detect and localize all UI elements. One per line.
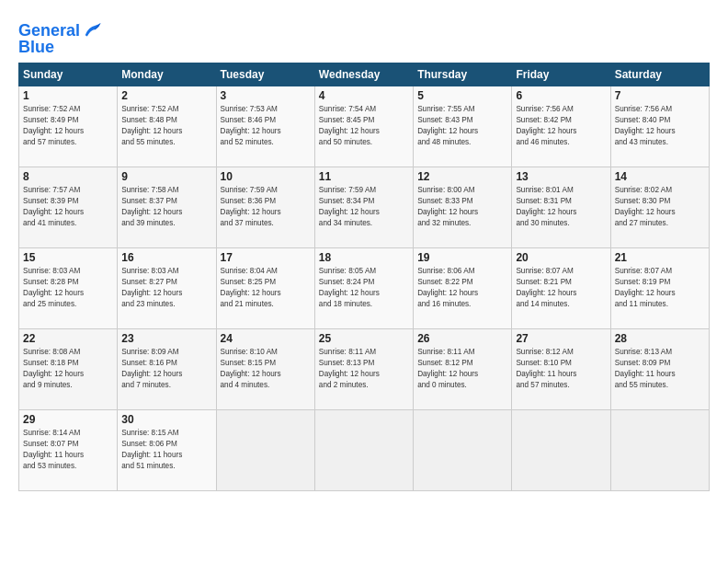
day-info: Sunrise: 8:06 AMSunset: 8:22 PMDaylight:…: [417, 266, 507, 310]
day-info: Sunrise: 7:58 AMSunset: 8:37 PMDaylight:…: [121, 185, 211, 229]
logo-blue: Blue: [18, 39, 102, 55]
day-number: 1: [23, 89, 113, 102]
day-number: 27: [516, 332, 606, 345]
day-info: Sunrise: 8:13 AMSunset: 8:09 PMDaylight:…: [615, 347, 705, 391]
calendar-header-row: SundayMondayTuesdayWednesdayThursdayFrid…: [19, 63, 710, 86]
calendar-cell: 27Sunrise: 8:12 AMSunset: 8:10 PMDayligh…: [512, 329, 610, 410]
header-cell-wednesday: Wednesday: [314, 63, 413, 86]
calendar-cell: 17Sunrise: 8:04 AMSunset: 8:25 PMDayligh…: [216, 248, 314, 329]
header-cell-thursday: Thursday: [414, 63, 512, 86]
header-cell-saturday: Saturday: [610, 63, 709, 86]
calendar-cell: 21Sunrise: 8:07 AMSunset: 8:19 PMDayligh…: [610, 248, 709, 329]
calendar-cell: [216, 410, 314, 491]
calendar-cell: [314, 410, 413, 491]
day-number: 3: [221, 89, 311, 102]
day-number: 5: [417, 89, 507, 102]
calendar-cell: 4Sunrise: 7:54 AMSunset: 8:45 PMDaylight…: [314, 86, 413, 167]
logo: General Blue: [18, 20, 102, 55]
day-number: 7: [615, 89, 705, 102]
calendar-cell: 22Sunrise: 8:08 AMSunset: 8:18 PMDayligh…: [19, 329, 118, 410]
calendar-week-row: 15Sunrise: 8:03 AMSunset: 8:28 PMDayligh…: [19, 248, 710, 329]
calendar-table: SundayMondayTuesdayWednesdayThursdayFrid…: [18, 63, 710, 491]
day-number: 23: [121, 332, 211, 345]
calendar-cell: 26Sunrise: 8:11 AMSunset: 8:12 PMDayligh…: [414, 329, 512, 410]
calendar-cell: 9Sunrise: 7:58 AMSunset: 8:37 PMDaylight…: [118, 167, 216, 248]
calendar-cell: 15Sunrise: 8:03 AMSunset: 8:28 PMDayligh…: [19, 248, 118, 329]
logo-bird-icon: [82, 20, 102, 40]
calendar-cell: 18Sunrise: 8:05 AMSunset: 8:24 PMDayligh…: [314, 248, 413, 329]
calendar-cell: 11Sunrise: 7:59 AMSunset: 8:34 PMDayligh…: [314, 167, 413, 248]
day-info: Sunrise: 7:59 AMSunset: 8:36 PMDaylight:…: [221, 185, 311, 229]
day-info: Sunrise: 8:07 AMSunset: 8:21 PMDaylight:…: [516, 266, 606, 310]
calendar-week-row: 8Sunrise: 7:57 AMSunset: 8:39 PMDaylight…: [19, 167, 710, 248]
day-info: Sunrise: 8:03 AMSunset: 8:27 PMDaylight:…: [121, 266, 211, 310]
calendar-cell: 23Sunrise: 8:09 AMSunset: 8:16 PMDayligh…: [118, 329, 216, 410]
day-info: Sunrise: 7:56 AMSunset: 8:40 PMDaylight:…: [615, 104, 705, 148]
day-info: Sunrise: 8:08 AMSunset: 8:18 PMDaylight:…: [23, 347, 113, 391]
calendar-cell: 6Sunrise: 7:56 AMSunset: 8:42 PMDaylight…: [512, 86, 610, 167]
logo-text: General: [18, 22, 80, 39]
calendar-cell: 24Sunrise: 8:10 AMSunset: 8:15 PMDayligh…: [216, 329, 314, 410]
day-number: 25: [319, 332, 409, 345]
calendar-cell: 19Sunrise: 8:06 AMSunset: 8:22 PMDayligh…: [414, 248, 512, 329]
day-info: Sunrise: 8:04 AMSunset: 8:25 PMDaylight:…: [221, 266, 311, 310]
calendar-cell: 30Sunrise: 8:15 AMSunset: 8:06 PMDayligh…: [118, 410, 216, 491]
calendar-cell: 29Sunrise: 8:14 AMSunset: 8:07 PMDayligh…: [19, 410, 118, 491]
calendar-cell: 12Sunrise: 8:00 AMSunset: 8:33 PMDayligh…: [414, 167, 512, 248]
day-info: Sunrise: 8:10 AMSunset: 8:15 PMDaylight:…: [221, 347, 311, 391]
calendar-cell: 10Sunrise: 7:59 AMSunset: 8:36 PMDayligh…: [216, 167, 314, 248]
day-info: Sunrise: 8:12 AMSunset: 8:10 PMDaylight:…: [516, 347, 606, 391]
day-number: 12: [417, 170, 507, 183]
calendar-week-row: 22Sunrise: 8:08 AMSunset: 8:18 PMDayligh…: [19, 329, 710, 410]
day-number: 24: [221, 332, 311, 345]
day-number: 2: [121, 89, 211, 102]
day-info: Sunrise: 8:07 AMSunset: 8:19 PMDaylight:…: [615, 266, 705, 310]
calendar-cell: 14Sunrise: 8:02 AMSunset: 8:30 PMDayligh…: [610, 167, 709, 248]
calendar-cell: [512, 410, 610, 491]
calendar-cell: 28Sunrise: 8:13 AMSunset: 8:09 PMDayligh…: [610, 329, 709, 410]
calendar-cell: 7Sunrise: 7:56 AMSunset: 8:40 PMDaylight…: [610, 86, 709, 167]
calendar-cell: 13Sunrise: 8:01 AMSunset: 8:31 PMDayligh…: [512, 167, 610, 248]
day-info: Sunrise: 8:00 AMSunset: 8:33 PMDaylight:…: [417, 185, 507, 229]
calendar-cell: 5Sunrise: 7:55 AMSunset: 8:43 PMDaylight…: [414, 86, 512, 167]
page: General Blue SundayMondayTuesdayWednesda…: [0, 0, 728, 563]
day-number: 9: [121, 170, 211, 183]
calendar-cell: 1Sunrise: 7:52 AMSunset: 8:49 PMDaylight…: [19, 86, 118, 167]
day-info: Sunrise: 7:56 AMSunset: 8:42 PMDaylight:…: [516, 104, 606, 148]
header-cell-tuesday: Tuesday: [216, 63, 314, 86]
day-info: Sunrise: 8:03 AMSunset: 8:28 PMDaylight:…: [23, 266, 113, 310]
calendar-cell: [414, 410, 512, 491]
header-cell-monday: Monday: [118, 63, 216, 86]
day-info: Sunrise: 7:57 AMSunset: 8:39 PMDaylight:…: [23, 185, 113, 229]
day-number: 16: [121, 251, 211, 264]
day-number: 28: [615, 332, 705, 345]
day-number: 30: [121, 413, 211, 426]
day-info: Sunrise: 7:59 AMSunset: 8:34 PMDaylight:…: [319, 185, 409, 229]
day-info: Sunrise: 8:09 AMSunset: 8:16 PMDaylight:…: [121, 347, 211, 391]
day-number: 15: [23, 251, 113, 264]
day-info: Sunrise: 8:11 AMSunset: 8:13 PMDaylight:…: [319, 347, 409, 391]
calendar-week-row: 29Sunrise: 8:14 AMSunset: 8:07 PMDayligh…: [19, 410, 710, 491]
day-number: 26: [417, 332, 507, 345]
calendar-cell: 8Sunrise: 7:57 AMSunset: 8:39 PMDaylight…: [19, 167, 118, 248]
day-number: 6: [516, 89, 606, 102]
day-number: 21: [615, 251, 705, 264]
day-number: 14: [615, 170, 705, 183]
header-cell-sunday: Sunday: [19, 63, 118, 86]
header: General Blue: [18, 17, 710, 55]
day-info: Sunrise: 7:55 AMSunset: 8:43 PMDaylight:…: [417, 104, 507, 148]
calendar-cell: 2Sunrise: 7:52 AMSunset: 8:48 PMDaylight…: [118, 86, 216, 167]
day-number: 11: [319, 170, 409, 183]
day-number: 19: [417, 251, 507, 264]
day-info: Sunrise: 7:53 AMSunset: 8:46 PMDaylight:…: [221, 104, 311, 148]
day-info: Sunrise: 7:52 AMSunset: 8:48 PMDaylight:…: [121, 104, 211, 148]
day-number: 29: [23, 413, 113, 426]
day-number: 4: [319, 89, 409, 102]
calendar-cell: 16Sunrise: 8:03 AMSunset: 8:27 PMDayligh…: [118, 248, 216, 329]
day-info: Sunrise: 8:15 AMSunset: 8:06 PMDaylight:…: [121, 428, 211, 472]
day-number: 8: [23, 170, 113, 183]
calendar-week-row: 1Sunrise: 7:52 AMSunset: 8:49 PMDaylight…: [19, 86, 710, 167]
day-number: 13: [516, 170, 606, 183]
calendar-cell: 20Sunrise: 8:07 AMSunset: 8:21 PMDayligh…: [512, 248, 610, 329]
day-info: Sunrise: 8:02 AMSunset: 8:30 PMDaylight:…: [615, 185, 705, 229]
